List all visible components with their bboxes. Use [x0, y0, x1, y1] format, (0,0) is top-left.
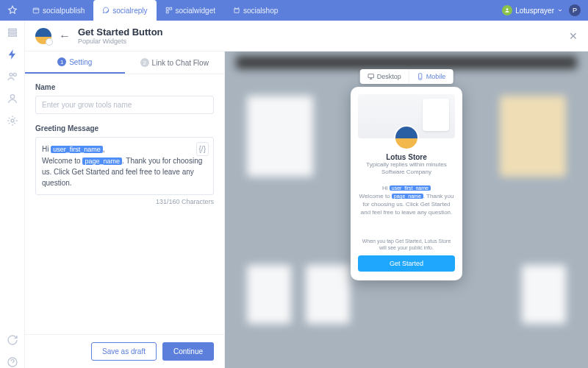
svg-point-10 — [10, 95, 14, 99]
user-area: Lotusprayer P — [502, 4, 581, 16]
toggle-label: Desktop — [377, 73, 401, 80]
phone-preview: Lotus Store Typically replies within min… — [351, 87, 462, 280]
tab-socialreply[interactable]: socialreply — [93, 0, 156, 21]
user-status-icon — [502, 5, 512, 15]
svg-rect-2 — [169, 7, 171, 10]
greeting-field-label: Greeting Message — [35, 124, 214, 132]
settings-panel: 1 Setting 2 Link to Chat Flow Name Greet… — [25, 52, 225, 368]
continue-button[interactable]: Continue — [162, 342, 214, 361]
chat-icon — [102, 7, 110, 14]
svg-rect-5 — [8, 29, 16, 30]
desktop-icon — [368, 73, 375, 80]
character-count: 131/160 Characters — [35, 198, 214, 205]
tab-label: socialreply — [112, 7, 147, 15]
username-label: Lotusprayer — [515, 7, 554, 15]
page-subtitle: Popular Widgets — [78, 38, 163, 45]
svg-rect-13 — [368, 74, 374, 78]
shop-icon — [233, 7, 240, 14]
gear-icon[interactable] — [7, 115, 18, 127]
widget-icon — [165, 7, 173, 14]
page-title: Get Started Button — [78, 26, 163, 38]
preview-pane: Desktop Mobile Lotus Store Typically rep… — [225, 52, 588, 368]
msg-text: Welcome to — [359, 193, 392, 199]
page-avatar-icon — [35, 28, 51, 44]
mobile-icon — [417, 73, 424, 80]
tab-label: socialwidget — [176, 7, 215, 15]
person-icon[interactable] — [7, 93, 18, 105]
desktop-toggle[interactable]: Desktop — [360, 69, 409, 84]
greeting-textarea[interactable]: {/} Hi user_first_name, Welcome to page_… — [35, 137, 214, 195]
tab-socialwidget[interactable]: socialwidget — [157, 0, 224, 21]
svg-rect-3 — [166, 11, 168, 13]
subtab-label: Setting — [69, 58, 92, 66]
tab-label: socialshop — [243, 7, 278, 15]
greeting-text: Hi — [42, 145, 51, 153]
settings-subtabs: 1 Setting 2 Link to Chat Flow — [25, 52, 224, 74]
store-avatar-icon — [394, 125, 419, 150]
profile-badge[interactable]: P — [569, 4, 581, 16]
brand-logo-icon — [7, 5, 18, 15]
variable-tag-user-first-name: user_first_name — [390, 185, 431, 191]
mobile-toggle[interactable]: Mobile — [409, 69, 453, 84]
svg-rect-0 — [33, 8, 39, 13]
svg-point-9 — [13, 73, 16, 76]
store-name: Lotus Store — [358, 153, 455, 161]
svg-point-8 — [10, 73, 12, 76]
privacy-info: When you tap Get Started, Lotus Store wi… — [358, 238, 455, 251]
app-tabs: socialpublish socialreply socialwidget s… — [24, 0, 502, 21]
greeting-text: , — [103, 145, 105, 153]
variable-tag-page-name[interactable]: page_name — [82, 158, 122, 165]
tab-socialpublish[interactable]: socialpublish — [24, 0, 93, 21]
step-badge: 2 — [140, 58, 149, 67]
greeting-text: Welcome to — [42, 157, 82, 165]
help-icon[interactable] — [7, 356, 18, 368]
svg-point-4 — [506, 8, 509, 10]
page-header: ← Get Started Button Popular Widgets ✕ — [25, 21, 588, 52]
get-started-button[interactable]: Get Started — [358, 255, 455, 272]
step-badge: 1 — [57, 57, 66, 66]
save-draft-button[interactable]: Save as draft — [91, 342, 157, 361]
company-type-line: Software Company — [358, 169, 455, 176]
svg-rect-1 — [166, 7, 168, 10]
refresh-icon[interactable] — [7, 334, 18, 346]
svg-point-15 — [420, 78, 420, 79]
back-button[interactable]: ← — [59, 29, 71, 43]
username-dropdown[interactable]: Lotusprayer — [502, 5, 563, 15]
subtab-label: Link to Chat Flow — [152, 59, 209, 67]
variable-tag-page-name: page_name — [392, 194, 423, 199]
toggle-label: Mobile — [426, 73, 446, 80]
svg-rect-6 — [8, 32, 16, 33]
tab-label: socialpublish — [43, 7, 85, 15]
chevron-down-icon — [557, 7, 563, 13]
msg-text: Hi — [382, 185, 390, 191]
svg-point-11 — [11, 119, 14, 122]
greeting-preview: Hi user_first_name Welcome to page_name.… — [358, 184, 455, 217]
device-toggle: Desktop Mobile — [360, 69, 453, 84]
subtab-link-chat-flow[interactable]: 2 Link to Chat Flow — [125, 52, 225, 74]
form-footer: Save as draft Continue — [25, 334, 224, 368]
variable-tag-user-first-name[interactable]: user_first_name — [51, 146, 103, 153]
subtab-setting[interactable]: 1 Setting — [25, 52, 125, 74]
list-icon[interactable] — [7, 26, 18, 38]
name-input[interactable] — [35, 96, 214, 114]
svg-rect-7 — [8, 35, 16, 36]
reply-time-line: Typically replies within minutes — [358, 161, 455, 169]
users-icon[interactable] — [7, 71, 18, 82]
profile-badge-letter: P — [573, 7, 577, 14]
name-field-label: Name — [35, 83, 214, 91]
calendar-icon — [32, 7, 40, 14]
tab-socialshop[interactable]: socialshop — [224, 0, 287, 21]
top-navbar: socialpublish socialreply socialwidget s… — [0, 0, 588, 21]
insert-variable-button[interactable]: {/} — [196, 142, 209, 156]
bolt-icon[interactable] — [7, 49, 18, 60]
close-button[interactable]: ✕ — [569, 30, 578, 42]
left-sidebar — [0, 21, 25, 368]
